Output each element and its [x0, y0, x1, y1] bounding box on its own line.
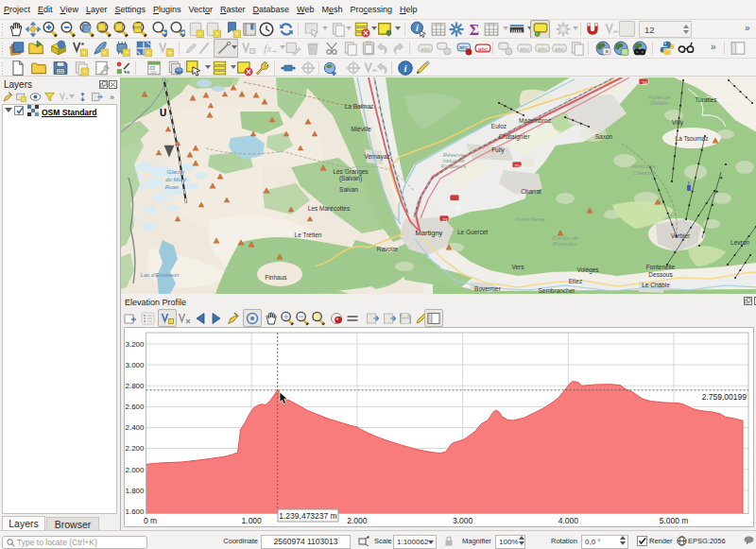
- svg-text:La Tsoumaz: La Tsoumaz: [676, 135, 709, 142]
- svg-text:Vernayaz: Vernayaz: [364, 153, 389, 161]
- svg-text:Levron: Levron: [730, 239, 749, 246]
- svg-text:2.400: 2.400: [125, 423, 145, 432]
- svg-text:Verbier: Verbier: [671, 232, 691, 239]
- svg-text:Volèges: Volèges: [576, 266, 599, 274]
- svg-text:21: 21: [442, 217, 448, 223]
- svg-text:Sembrancher: Sembrancher: [538, 287, 576, 294]
- svg-text:La Balmaz: La Balmaz: [345, 103, 374, 110]
- svg-text:Forêt des: Forêt des: [631, 163, 655, 169]
- svg-text:Euloz: Euloz: [491, 123, 507, 129]
- svg-text:Villy: Villy: [672, 119, 684, 127]
- svg-text:1.000: 1.000: [242, 516, 263, 525]
- svg-text:Vers: Vers: [511, 264, 524, 270]
- svg-text:1.800: 1.800: [125, 487, 145, 495]
- svg-text:Mazembroz: Mazembroz: [519, 117, 551, 124]
- svg-text:Le Guercet: Le Guercet: [457, 229, 488, 235]
- svg-text:3.000: 3.000: [453, 516, 473, 525]
- svg-text:Finhaus: Finhaus: [265, 274, 287, 281]
- svg-text:Fontenelle: Fontenelle: [646, 264, 676, 270]
- svg-text:(Salvan): (Salvan): [339, 175, 362, 182]
- svg-text:2.200: 2.200: [125, 444, 145, 453]
- svg-text:U: U: [160, 108, 166, 118]
- svg-text:0 m: 0 m: [144, 516, 157, 525]
- svg-text:2.000: 2.000: [347, 516, 368, 525]
- svg-text:1.600: 1.600: [125, 507, 145, 516]
- svg-text:2.600: 2.600: [125, 403, 145, 411]
- svg-text:3.000: 3.000: [125, 361, 145, 369]
- svg-text:Ravoire: Ravoire: [377, 246, 399, 252]
- svg-text:Châtaignier: Châtaignier: [498, 133, 530, 141]
- svg-text:du Mont: du Mont: [165, 177, 186, 182]
- svg-text:5.000 m: 5.000 m: [660, 516, 689, 525]
- svg-text:Martigny: Martigny: [416, 229, 443, 237]
- svg-text:Salvan: Salvan: [339, 186, 358, 193]
- svg-text:2.800: 2.800: [125, 382, 145, 390]
- svg-text:Champs: Champs: [633, 170, 654, 176]
- svg-text:Etiez: Etiez: [569, 278, 582, 284]
- svg-text:21: 21: [455, 205, 461, 211]
- svg-text:i: i: [404, 62, 407, 74]
- svg-text:Charrat: Charrat: [521, 188, 541, 195]
- svg-text:Bovernier: Bovernier: [474, 285, 502, 292]
- svg-text:Ruan: Ruan: [165, 184, 180, 190]
- svg-text:Le Châble: Le Châble: [642, 282, 670, 288]
- svg-text:Turatles: Turatles: [695, 96, 717, 103]
- svg-text:2.759,00199: 2.759,00199: [702, 392, 747, 402]
- svg-text:Saxon: Saxon: [595, 133, 613, 140]
- svg-text:Forêt Fama: Forêt Fama: [515, 216, 545, 222]
- svg-text:1.239,473237 m: 1.239,473237 m: [279, 511, 336, 521]
- svg-text:Le Trétien: Le Trétien: [295, 232, 322, 238]
- svg-text:Glacier: Glacier: [166, 169, 185, 175]
- svg-text:Fully: Fully: [491, 146, 505, 154]
- svg-text:21a: 21a: [514, 164, 522, 169]
- svg-text:2.000: 2.000: [125, 466, 145, 474]
- svg-text:Follatères: Follatères: [441, 163, 466, 169]
- svg-text:Miéville: Miéville: [351, 126, 371, 132]
- svg-text:4.000: 4.000: [558, 516, 579, 525]
- svg-text:Les Marécottes: Les Marécottes: [308, 205, 351, 212]
- svg-text:Riddes: Riddes: [651, 100, 669, 106]
- svg-text:Lac d'Emosson: Lac d'Emosson: [141, 272, 180, 278]
- svg-text:Prere Acz: Prere Acz: [553, 241, 577, 247]
- svg-text:24: 24: [642, 80, 647, 86]
- svg-text:Dessous: Dessous: [648, 271, 673, 278]
- svg-text:3.200: 3.200: [125, 340, 145, 349]
